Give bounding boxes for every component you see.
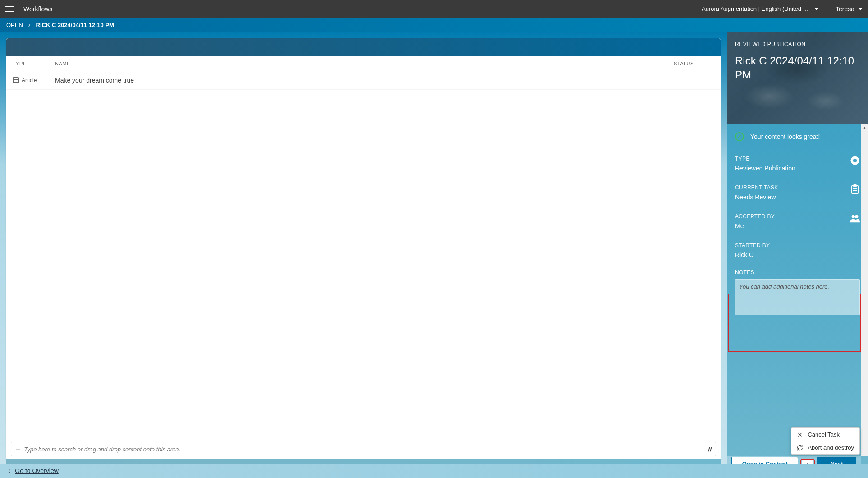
- overview-link[interactable]: Go to Overview: [15, 467, 58, 474]
- article-icon: [13, 77, 19, 83]
- table-body: Article Make your dream come true: [6, 71, 721, 437]
- user-label: Teresa: [836, 5, 854, 13]
- search-area[interactable]: + ⁞⁞: [11, 442, 716, 456]
- divider: [827, 4, 827, 14]
- refresh-icon: [797, 445, 803, 451]
- users-icon: [850, 213, 860, 223]
- col-name: NAME: [55, 61, 674, 66]
- table-header: TYPE NAME STATUS: [6, 56, 721, 71]
- filter-icon[interactable]: ⁞⁞: [707, 446, 711, 453]
- task-value: Needs Review: [735, 193, 778, 201]
- row-name: Make your dream come true: [55, 77, 674, 84]
- status-row: ✓ Your content looks great!: [727, 124, 868, 149]
- main-area: TYPE NAME STATUS Article Make your dream…: [0, 32, 868, 478]
- task-label: CURRENT TASK: [735, 184, 778, 191]
- hero-label: REVIEWED PUBLICATION: [735, 41, 860, 47]
- notes-label: NOTES: [735, 269, 860, 276]
- notes-section: NOTES You can add additional notes here.: [727, 265, 868, 323]
- row-type: Article: [13, 77, 55, 83]
- hero: REVIEWED PUBLICATION Rick C 2024/04/11 1…: [727, 32, 868, 124]
- close-icon: ✕: [797, 432, 803, 438]
- app-title: Workflows: [23, 5, 52, 13]
- started-value: Rick C: [735, 251, 770, 258]
- breadcrumb-current: RICK C 2024/04/11 12:10 PM: [36, 22, 114, 28]
- detail-task: CURRENT TASK Needs Review: [727, 178, 868, 207]
- col-status: STATUS: [674, 61, 714, 66]
- check-circle-icon: ✓: [735, 132, 744, 141]
- clipboard-icon: [850, 184, 860, 194]
- chevron-down-icon: [814, 8, 819, 10]
- detail-accepted: ACCEPTED BY Me: [727, 207, 868, 236]
- svg-rect-2: [854, 185, 856, 187]
- detail-scroll[interactable]: ✓ Your content looks great! TYPE Reviewe…: [727, 124, 868, 478]
- content-panel: TYPE NAME STATUS Article Make your dream…: [6, 38, 721, 461]
- menu-abort-label: Abort and destroy: [808, 444, 854, 451]
- status-message: Your content looks great!: [750, 133, 820, 140]
- accepted-label: ACCEPTED BY: [735, 213, 775, 220]
- accepted-value: Me: [735, 222, 775, 230]
- user-selector[interactable]: Teresa: [836, 5, 863, 13]
- notes-input[interactable]: You can add additional notes here.: [735, 279, 860, 315]
- chevron-down-icon: [858, 8, 863, 10]
- started-label: STARTED BY: [735, 242, 770, 248]
- menu-icon[interactable]: [5, 4, 16, 14]
- search-input[interactable]: [24, 446, 707, 453]
- scroll-up-icon[interactable]: ▲: [861, 124, 868, 131]
- menu-abort-destroy[interactable]: Abort and destroy: [791, 441, 859, 454]
- left-pane: TYPE NAME STATUS Article Make your dream…: [0, 32, 727, 478]
- breadcrumb-root[interactable]: OPEN: [6, 22, 23, 28]
- type-label: TYPE: [735, 156, 795, 162]
- detail-sidebar: REVIEWED PUBLICATION Rick C 2024/04/11 1…: [727, 32, 868, 478]
- site-label: Aurora Augmentation | English (United St…: [702, 5, 811, 12]
- top-bar: Workflows Aurora Augmentation | English …: [0, 0, 868, 18]
- panel-header: [6, 38, 721, 56]
- table-row[interactable]: Article Make your dream come true: [6, 71, 721, 90]
- chevron-right-icon: ›: [28, 21, 31, 28]
- menu-cancel-task[interactable]: ✕ Cancel Task: [791, 428, 859, 441]
- row-type-label: Article: [22, 77, 37, 83]
- bottom-bar: ‹ Go to Overview: [0, 464, 868, 478]
- detail-type: TYPE Reviewed Publication: [727, 149, 868, 178]
- menu-cancel-label: Cancel Task: [808, 431, 840, 438]
- col-type: TYPE: [13, 61, 55, 66]
- site-selector[interactable]: Aurora Augmentation | English (United St…: [702, 5, 819, 12]
- notes-placeholder: You can add additional notes here.: [739, 283, 829, 290]
- svg-point-5: [852, 215, 855, 218]
- svg-point-6: [855, 215, 858, 218]
- plus-icon[interactable]: +: [16, 445, 21, 453]
- chevron-left-icon[interactable]: ‹: [8, 467, 10, 475]
- scrollbar[interactable]: ▲: [861, 124, 868, 456]
- more-menu: ✕ Cancel Task Abort and destroy: [791, 427, 860, 455]
- detail-started: STARTED BY Rick C: [727, 236, 868, 265]
- breadcrumb: OPEN › RICK C 2024/04/11 12:10 PM: [0, 18, 868, 32]
- type-value: Reviewed Publication: [735, 165, 795, 172]
- hero-title: Rick C 2024/04/11 12:10 PM: [735, 54, 860, 82]
- cycle-icon: [850, 156, 860, 165]
